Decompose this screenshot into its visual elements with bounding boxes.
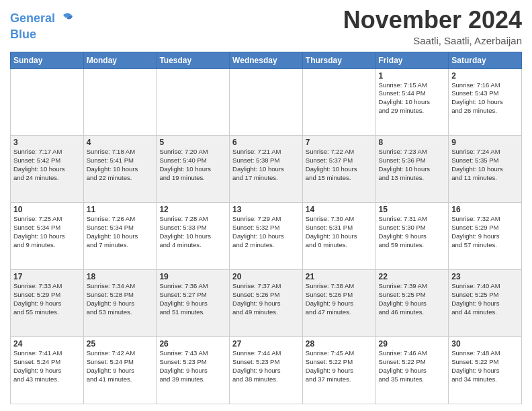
day-info: Sunrise: 7:28 AM Sunset: 5:33 PM Dayligh… [159, 215, 226, 249]
day-info: Sunrise: 7:22 AM Sunset: 5:37 PM Dayligh… [306, 148, 373, 182]
day-info: Sunrise: 7:43 AM Sunset: 5:23 PM Dayligh… [159, 349, 226, 383]
table-row: 18Sunrise: 7:34 AM Sunset: 5:28 PM Dayli… [83, 270, 157, 337]
day-info: Sunrise: 7:21 AM Sunset: 5:38 PM Dayligh… [232, 148, 300, 182]
day-number: 21 [306, 272, 373, 281]
day-info: Sunrise: 7:39 AM Sunset: 5:25 PM Dayligh… [379, 282, 446, 316]
day-number: 10 [13, 205, 81, 214]
day-number: 7 [306, 138, 373, 147]
day-info: Sunrise: 7:29 AM Sunset: 5:32 PM Dayligh… [232, 215, 300, 249]
col-saturday: Saturday [449, 52, 522, 68]
col-thursday: Thursday [302, 52, 375, 68]
table-row: 7Sunrise: 7:22 AM Sunset: 5:37 PM Daylig… [302, 136, 375, 203]
table-row: 16Sunrise: 7:32 AM Sunset: 5:29 PM Dayli… [449, 203, 522, 270]
calendar-week-row: 1Sunrise: 7:15 AM Sunset: 5:44 PM Daylig… [11, 68, 522, 136]
title-block: November 2024 Saatli, Saatli, Azerbaijan [343, 7, 522, 46]
day-info: Sunrise: 7:33 AM Sunset: 5:29 PM Dayligh… [13, 282, 81, 316]
col-sunday: Sunday [11, 52, 84, 68]
day-info: Sunrise: 7:37 AM Sunset: 5:26 PM Dayligh… [232, 282, 300, 316]
calendar-week-row: 24Sunrise: 7:41 AM Sunset: 5:24 PM Dayli… [11, 337, 522, 404]
day-info: Sunrise: 7:15 AM Sunset: 5:44 PM Dayligh… [379, 81, 446, 116]
logo-text: General [10, 12, 55, 26]
col-monday: Monday [83, 52, 157, 68]
day-number: 24 [13, 339, 81, 349]
day-info: Sunrise: 7:18 AM Sunset: 5:41 PM Dayligh… [87, 148, 154, 182]
day-number: 5 [159, 138, 226, 147]
logo-text2: Blue [10, 28, 75, 42]
table-row: 17Sunrise: 7:33 AM Sunset: 5:29 PM Dayli… [11, 270, 84, 337]
day-info: Sunrise: 7:34 AM Sunset: 5:28 PM Dayligh… [87, 282, 154, 316]
table-row [83, 68, 157, 136]
day-number: 25 [87, 339, 154, 349]
day-number: 1 [379, 71, 446, 81]
day-number: 23 [451, 272, 519, 281]
table-row: 23Sunrise: 7:40 AM Sunset: 5:25 PM Dayli… [449, 270, 522, 337]
day-info: Sunrise: 7:46 AM Sunset: 5:22 PM Dayligh… [379, 349, 446, 383]
day-info: Sunrise: 7:45 AM Sunset: 5:22 PM Dayligh… [306, 349, 373, 383]
table-row: 10Sunrise: 7:25 AM Sunset: 5:34 PM Dayli… [11, 203, 84, 270]
day-info: Sunrise: 7:17 AM Sunset: 5:42 PM Dayligh… [13, 148, 81, 182]
day-number: 20 [232, 272, 300, 281]
day-info: Sunrise: 7:30 AM Sunset: 5:31 PM Dayligh… [306, 215, 373, 249]
day-info: Sunrise: 7:44 AM Sunset: 5:23 PM Dayligh… [232, 349, 300, 383]
page: General Blue November 2024 Saatli, Saatl… [0, 0, 532, 411]
logo-bird-icon [56, 9, 75, 28]
day-info: Sunrise: 7:41 AM Sunset: 5:24 PM Dayligh… [13, 349, 81, 383]
table-row: 27Sunrise: 7:44 AM Sunset: 5:23 PM Dayli… [230, 337, 303, 404]
day-number: 12 [159, 205, 226, 214]
day-number: 15 [379, 205, 446, 214]
day-number: 22 [379, 272, 446, 281]
day-number: 9 [451, 138, 519, 147]
table-row [230, 68, 303, 136]
day-number: 17 [13, 272, 81, 281]
day-number: 19 [159, 272, 226, 281]
day-info: Sunrise: 7:25 AM Sunset: 5:34 PM Dayligh… [13, 215, 81, 249]
day-info: Sunrise: 7:16 AM Sunset: 5:43 PM Dayligh… [451, 81, 519, 116]
table-row: 15Sunrise: 7:31 AM Sunset: 5:30 PM Dayli… [375, 203, 449, 270]
day-number: 11 [87, 205, 154, 214]
table-row: 2Sunrise: 7:16 AM Sunset: 5:43 PM Daylig… [449, 68, 522, 136]
calendar-header-row: Sunday Monday Tuesday Wednesday Thursday… [11, 52, 522, 68]
calendar-table: Sunday Monday Tuesday Wednesday Thursday… [10, 52, 522, 404]
day-info: Sunrise: 7:38 AM Sunset: 5:26 PM Dayligh… [306, 282, 373, 316]
month-title: November 2024 [343, 7, 522, 34]
day-info: Sunrise: 7:48 AM Sunset: 5:22 PM Dayligh… [451, 349, 519, 383]
table-row: 21Sunrise: 7:38 AM Sunset: 5:26 PM Dayli… [302, 270, 375, 337]
table-row [11, 68, 84, 136]
table-row: 29Sunrise: 7:46 AM Sunset: 5:22 PM Dayli… [375, 337, 449, 404]
day-number: 18 [87, 272, 154, 281]
logo-line1: General [10, 11, 55, 25]
table-row: 13Sunrise: 7:29 AM Sunset: 5:32 PM Dayli… [230, 203, 303, 270]
table-row: 3Sunrise: 7:17 AM Sunset: 5:42 PM Daylig… [11, 136, 84, 203]
logo: General Blue [10, 9, 75, 42]
day-info: Sunrise: 7:40 AM Sunset: 5:25 PM Dayligh… [451, 282, 519, 316]
table-row [157, 68, 230, 136]
calendar-week-row: 3Sunrise: 7:17 AM Sunset: 5:42 PM Daylig… [11, 136, 522, 203]
day-info: Sunrise: 7:20 AM Sunset: 5:40 PM Dayligh… [159, 148, 226, 182]
table-row: 4Sunrise: 7:18 AM Sunset: 5:41 PM Daylig… [83, 136, 157, 203]
col-tuesday: Tuesday [157, 52, 230, 68]
day-number: 3 [13, 138, 81, 147]
table-row: 1Sunrise: 7:15 AM Sunset: 5:44 PM Daylig… [375, 68, 449, 136]
table-row: 26Sunrise: 7:43 AM Sunset: 5:23 PM Dayli… [157, 337, 230, 404]
table-row: 11Sunrise: 7:26 AM Sunset: 5:34 PM Dayli… [83, 203, 157, 270]
table-row: 28Sunrise: 7:45 AM Sunset: 5:22 PM Dayli… [302, 337, 375, 404]
day-number: 29 [379, 339, 446, 349]
day-number: 13 [232, 205, 300, 214]
day-info: Sunrise: 7:32 AM Sunset: 5:29 PM Dayligh… [451, 215, 519, 249]
table-row: 9Sunrise: 7:24 AM Sunset: 5:35 PM Daylig… [449, 136, 522, 203]
table-row: 19Sunrise: 7:36 AM Sunset: 5:27 PM Dayli… [157, 270, 230, 337]
day-info: Sunrise: 7:31 AM Sunset: 5:30 PM Dayligh… [379, 215, 446, 249]
day-number: 27 [232, 339, 300, 349]
day-info: Sunrise: 7:24 AM Sunset: 5:35 PM Dayligh… [451, 148, 519, 182]
table-row: 5Sunrise: 7:20 AM Sunset: 5:40 PM Daylig… [157, 136, 230, 203]
table-row: 22Sunrise: 7:39 AM Sunset: 5:25 PM Dayli… [375, 270, 449, 337]
table-row: 6Sunrise: 7:21 AM Sunset: 5:38 PM Daylig… [230, 136, 303, 203]
day-number: 2 [451, 71, 519, 81]
day-number: 8 [379, 138, 446, 147]
day-info: Sunrise: 7:26 AM Sunset: 5:34 PM Dayligh… [87, 215, 154, 249]
table-row: 30Sunrise: 7:48 AM Sunset: 5:22 PM Dayli… [449, 337, 522, 404]
day-info: Sunrise: 7:42 AM Sunset: 5:24 PM Dayligh… [87, 349, 154, 383]
day-number: 30 [451, 339, 519, 349]
table-row: 12Sunrise: 7:28 AM Sunset: 5:33 PM Dayli… [157, 203, 230, 270]
col-wednesday: Wednesday [230, 52, 303, 68]
